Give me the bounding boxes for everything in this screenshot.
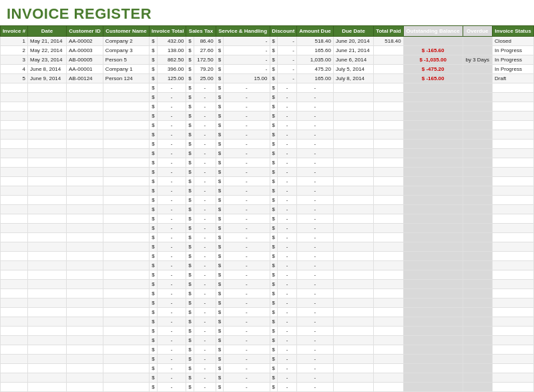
dollar-cell: $ — [150, 149, 157, 158]
table-cell-empty: - — [157, 327, 186, 336]
table-cell-empty — [374, 196, 404, 205]
table-cell-empty — [492, 196, 533, 205]
table-cell: $ — [216, 37, 223, 46]
dollar-cell: $ — [186, 252, 194, 261]
table-cell-empty: - — [194, 130, 216, 140]
table-cell: $ — [186, 65, 194, 74]
table-cell-empty: - — [194, 345, 216, 355]
dollar-cell: $ — [186, 102, 194, 112]
table-cell: $ — [270, 55, 277, 65]
overdue-cell — [463, 46, 492, 55]
table-row-empty: $-$-$-$-- — [1, 196, 534, 205]
overdue-cell-empty — [463, 233, 492, 242]
table-cell-empty — [492, 280, 533, 289]
dollar-cell: $ — [186, 317, 194, 327]
table-cell-empty: - — [297, 140, 334, 149]
table-cell-empty: - — [194, 327, 216, 336]
table-cell-empty — [492, 177, 533, 186]
table-row-empty: $-$-$-$-- — [1, 93, 534, 102]
table-cell-empty — [66, 112, 103, 121]
table-cell: 25.00 — [194, 74, 216, 83]
overdue-cell: by 3 Days — [463, 55, 492, 65]
dollar-cell: $ — [270, 112, 277, 121]
table-cell-empty — [374, 93, 404, 102]
table-cell: June 8, 2014 — [28, 65, 67, 74]
table-cell-empty: - — [277, 149, 296, 158]
table-cell-empty: - — [224, 355, 270, 364]
table-cell-empty: - — [224, 280, 270, 289]
table-cell-empty — [66, 364, 103, 373]
table-cell-empty — [66, 345, 103, 355]
table-cell-empty — [492, 336, 533, 345]
table-cell-empty — [103, 373, 149, 383]
table-cell-empty — [492, 308, 533, 317]
table-cell-empty — [103, 270, 149, 280]
table-cell-empty — [103, 289, 149, 299]
table-cell: 165.60 — [297, 46, 334, 55]
outstanding-balance-cell-empty — [403, 149, 463, 158]
table-cell-empty — [374, 289, 404, 299]
dollar-cell: $ — [270, 205, 277, 214]
table-cell-empty — [374, 149, 404, 158]
table-cell-empty — [492, 270, 533, 280]
dollar-cell: $ — [216, 280, 223, 289]
table-cell-empty: - — [277, 317, 296, 327]
table-cell-empty — [333, 308, 373, 317]
table-cell-empty: - — [277, 121, 296, 130]
table-cell-empty — [28, 149, 67, 158]
table-cell-empty — [103, 327, 149, 336]
table-cell-empty — [492, 345, 533, 355]
dollar-cell: $ — [216, 308, 223, 317]
table-cell-empty — [333, 299, 373, 308]
table-row-empty: $-$-$-$-- — [1, 186, 534, 196]
table-cell-empty — [28, 327, 67, 336]
dollar-cell: $ — [270, 299, 277, 308]
table-row-empty: $-$-$-$-- — [1, 270, 534, 280]
table-cell: 475.20 — [297, 65, 334, 74]
table-cell-empty — [1, 261, 28, 270]
table-cell-empty — [492, 158, 533, 168]
table-cell-empty — [333, 93, 373, 102]
table-cell-empty — [66, 158, 103, 168]
table-cell-empty — [333, 214, 373, 224]
table-cell-empty: - — [194, 186, 216, 196]
table-cell-empty: - — [224, 261, 270, 270]
dollar-cell: $ — [186, 177, 194, 186]
table-cell: 27.60 — [194, 46, 216, 55]
table-cell-empty — [492, 355, 533, 364]
table-cell-empty — [66, 93, 103, 102]
table-cell-empty — [374, 186, 404, 196]
table-cell-empty: - — [297, 299, 334, 308]
table-cell-empty: - — [157, 317, 186, 327]
table-cell-empty: - — [297, 205, 334, 214]
table-cell: $ — [270, 37, 277, 46]
table-cell-empty — [66, 186, 103, 196]
table-cell: 518.40 — [374, 37, 404, 46]
table-cell-empty: - — [157, 121, 186, 130]
overdue-cell-empty — [463, 261, 492, 270]
table-header-row: Invoice # Date Customer ID Customer Name… — [1, 26, 534, 37]
dollar-cell: $ — [270, 149, 277, 158]
table-cell-empty — [374, 270, 404, 280]
dollar-cell: $ — [270, 224, 277, 233]
table-cell-empty — [66, 317, 103, 327]
table-cell-empty: - — [157, 280, 186, 289]
table-cell-empty — [492, 327, 533, 336]
page-title: INVOICE REGISTER — [0, 0, 534, 25]
table-cell: June 20, 2014 — [333, 37, 373, 46]
table-cell-empty — [66, 242, 103, 252]
table-cell-empty: - — [157, 140, 186, 149]
dollar-cell: $ — [186, 345, 194, 355]
outstanding-balance-value: $ -165.00 — [422, 75, 445, 81]
table-cell-empty — [28, 83, 67, 93]
table-cell-empty: - — [157, 83, 186, 93]
dollar-cell: $ — [150, 102, 157, 112]
overdue-cell-empty — [463, 196, 492, 205]
dollar-cell: $ — [216, 270, 223, 280]
col-service-handling: Service & Handling — [216, 26, 270, 37]
dollar-cell: $ — [216, 355, 223, 364]
table-cell-empty — [103, 83, 149, 93]
dollar-cell: $ — [186, 364, 194, 373]
table-cell: Company 2 — [103, 37, 149, 46]
table-cell-empty: - — [297, 177, 334, 186]
